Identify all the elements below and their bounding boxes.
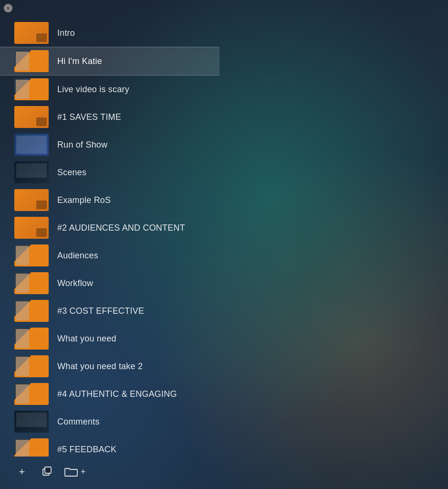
slide-label: Run of Show — [57, 140, 107, 150]
slide-thumbnail — [14, 106, 49, 128]
bottom-toolbar: + + — [0, 457, 219, 489]
slide-item[interactable]: #2 AUDIENCES AND CONTENT — [0, 214, 219, 242]
slide-item[interactable]: Comments — [0, 408, 219, 436]
svg-rect-1 — [45, 467, 51, 473]
slide-label: #3 COST EFFECTIVE — [57, 306, 144, 316]
add-slide-button[interactable]: + — [14, 464, 30, 479]
slide-thumbnail — [14, 189, 49, 211]
slide-thumbnail — [14, 244, 49, 266]
slide-item[interactable]: Live video is scary — [0, 75, 219, 103]
slide-label: Scenes — [57, 168, 86, 178]
slide-item[interactable]: #4 AUTHENTIC & ENGAGING — [0, 380, 219, 408]
slide-label: Intro — [57, 28, 75, 38]
slide-thumbnail — [14, 438, 49, 457]
close-button[interactable]: × — [4, 4, 12, 12]
slide-label: #5 FEEDBACK — [57, 445, 116, 455]
slide-label: #4 AUTHENTIC & ENGAGING — [57, 389, 177, 399]
slide-label: Audiences — [57, 251, 98, 261]
slide-item[interactable]: Workflow — [0, 269, 219, 297]
slide-thumbnail — [14, 328, 49, 350]
slide-panel: IntroHi I'm KatieLive video is scary#1 S… — [0, 0, 219, 489]
slide-thumbnail — [14, 78, 49, 100]
slide-label: What you need take 2 — [57, 361, 143, 372]
slide-label: Live video is scary — [57, 85, 129, 95]
slide-item[interactable]: #3 COST EFFECTIVE — [0, 297, 219, 325]
slide-item[interactable]: #1 SAVES TIME — [0, 103, 219, 131]
slide-label: Workflow — [57, 278, 93, 288]
slide-thumbnail — [14, 161, 49, 183]
slide-item[interactable]: Example RoS — [0, 186, 219, 214]
slide-thumbnail — [14, 217, 49, 239]
slide-label: Hi I'm Katie — [57, 56, 102, 66]
new-folder-button[interactable]: + — [64, 466, 86, 478]
slide-label: Example RoS — [57, 195, 111, 205]
slide-item[interactable]: What you need — [0, 325, 219, 352]
slide-label: What you need — [57, 334, 116, 344]
slide-label: #2 AUDIENCES AND CONTENT — [57, 223, 185, 233]
slide-thumbnail — [14, 300, 49, 322]
slide-label: Comments — [57, 417, 100, 427]
slide-item[interactable]: Run of Show — [0, 131, 219, 159]
duplicate-slide-button[interactable] — [39, 464, 54, 479]
slide-thumbnail — [14, 383, 49, 405]
slide-list: IntroHi I'm KatieLive video is scary#1 S… — [0, 0, 219, 457]
slide-thumbnail — [14, 411, 49, 433]
slide-item[interactable]: Audiences — [0, 242, 219, 269]
slide-item[interactable]: Scenes — [0, 159, 219, 186]
slide-thumbnail — [14, 355, 49, 377]
slide-thumbnail — [14, 272, 49, 294]
slide-label: #1 SAVES TIME — [57, 112, 121, 122]
slide-item[interactable]: What you need take 2 — [0, 352, 219, 380]
slide-item[interactable]: Hi I'm Katie — [0, 47, 219, 75]
slide-thumbnail — [14, 22, 49, 44]
slide-item[interactable]: Intro — [0, 19, 219, 47]
slide-thumbnail — [14, 134, 49, 156]
slide-item[interactable]: #5 FEEDBACK — [0, 436, 219, 457]
slide-thumbnail — [14, 50, 49, 72]
